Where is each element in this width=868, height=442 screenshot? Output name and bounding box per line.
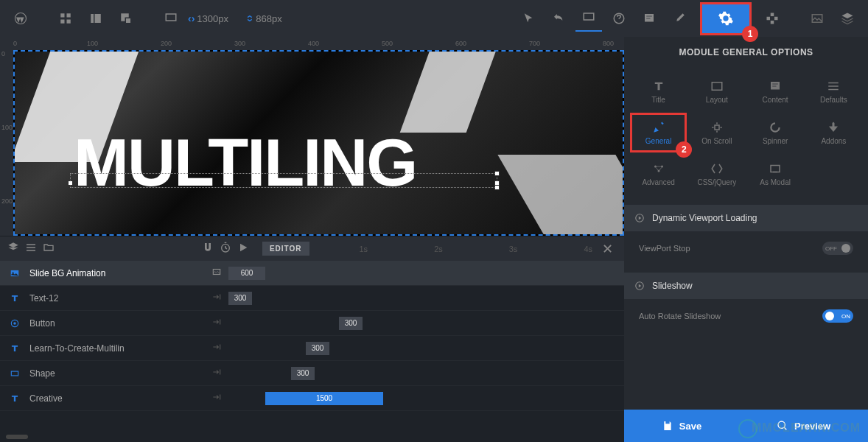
layer-row[interactable]: Slide BG Animation600 [0, 261, 624, 286]
duration-bar[interactable]: 600 [228, 267, 265, 280]
controller-icon[interactable] [759, 5, 785, 32]
text-icon [7, 293, 22, 304]
image-icon [7, 268, 22, 278]
wordpress-icon[interactable] [7, 5, 34, 32]
svg-rect-10 [166, 14, 176, 21]
tab-label: Defaults [820, 96, 847, 104]
toggle-viewport-stop[interactable]: OFF [822, 242, 853, 255]
tab-spinner[interactable]: Spinner [747, 113, 804, 152]
tab-onscroll[interactable]: On Scroll [688, 113, 745, 152]
duration-bar[interactable]: 300 [228, 292, 252, 305]
brush-icon[interactable] [666, 5, 693, 32]
text-icon [7, 393, 22, 404]
duration-bar[interactable]: 300 [291, 367, 315, 380]
columns-icon[interactable] [83, 5, 109, 32]
svg-rect-28 [715, 125, 719, 130]
svg-rect-11 [584, 13, 594, 20]
tab-advanced[interactable]: Advanced [630, 154, 687, 194]
tab-label: Title [651, 96, 665, 104]
settings-button[interactable]: 1 [700, 2, 752, 35]
ruler-vertical: 0 100 200 [0, 50, 13, 236]
shape-icon [7, 368, 22, 379]
selection-box[interactable] [70, 173, 497, 188]
help-icon[interactable] [606, 5, 632, 32]
image-icon[interactable] [804, 5, 830, 32]
list-icon[interactable] [25, 242, 37, 256]
svg-rect-13 [645, 14, 654, 22]
duration-bar[interactable]: 300 [339, 317, 363, 330]
section-slideshow[interactable]: Slideshow [624, 273, 868, 299]
play-icon[interactable] [237, 242, 249, 256]
preview-button[interactable]: Preview [777, 420, 830, 432]
tab-title[interactable]: Title [630, 71, 687, 111]
tab-label: On Scroll [701, 137, 732, 145]
canvas-area[interactable]: 0 100 200 300 400 500 600 700 800 0 100 … [0, 37, 624, 236]
svg-point-35 [778, 421, 785, 428]
folder-icon[interactable] [43, 242, 55, 256]
ruler-horizontal: 0 100 200 300 400 500 600 700 800 [0, 37, 624, 50]
layer-row[interactable]: Shape300 [0, 361, 624, 386]
note-icon[interactable] [636, 5, 662, 32]
svg-rect-17 [774, 17, 778, 21]
layer-row[interactable]: Text-12300 [0, 286, 624, 311]
layers-icon[interactable] [834, 5, 861, 32]
undo-icon[interactable] [545, 5, 572, 32]
svg-rect-6 [95, 14, 101, 23]
tab-general[interactable]: General2 [630, 113, 687, 152]
tab-content[interactable]: Content [747, 71, 804, 111]
width-display[interactable]: ‹› 1300px [188, 13, 228, 24]
top-toolbar: ‹› 1300px ‹› 868px 1 [0, 0, 868, 37]
tab-label: As Modal [760, 178, 791, 186]
svg-rect-25 [11, 371, 18, 376]
section-dynamic-viewport[interactable]: Dynamic Viewport Loading [624, 205, 868, 231]
layer-end-icon[interactable] [211, 392, 225, 404]
tab-label: Advanced [642, 178, 674, 186]
tab-addons[interactable]: Addons [805, 113, 862, 152]
layer-end-icon[interactable] [211, 342, 225, 354]
canvas-content[interactable]: MULTILING [13, 50, 624, 236]
layer-end-icon[interactable] [211, 317, 225, 329]
layer-end-icon[interactable] [211, 267, 225, 279]
layer-row[interactable]: Creative1500 [0, 386, 624, 411]
layer-end-icon[interactable] [211, 292, 225, 304]
layer-row[interactable]: Learn-To-Create-Multilin300 [0, 336, 624, 361]
tab-asmodal[interactable]: As Modal [747, 154, 804, 194]
option-auto-rotate: Auto Rotate Slideshow ON [624, 299, 868, 333]
layer-end-icon[interactable] [211, 367, 225, 379]
add-panel-icon[interactable] [113, 5, 139, 32]
callout-badge-1: 1 [742, 26, 758, 42]
magnet-icon[interactable] [202, 242, 214, 256]
target-icon [7, 318, 22, 329]
tab-cssjquery[interactable]: CSS/jQuery [688, 154, 745, 194]
cursor-icon[interactable] [515, 5, 542, 32]
desktop-icon[interactable] [158, 5, 184, 32]
option-viewport-stop: ViewPort Stop OFF [624, 231, 868, 265]
grid-icon[interactable] [52, 5, 79, 32]
height-display[interactable]: ‹› 868px [247, 13, 282, 24]
layers-icon[interactable] [7, 242, 19, 256]
layer-name: Text-12 [29, 293, 211, 304]
svg-point-30 [661, 165, 663, 167]
svg-rect-3 [60, 20, 64, 24]
layer-name: Button [29, 318, 211, 329]
duration-bar[interactable]: 1500 [265, 392, 383, 405]
options-tab-grid: TitleLayoutContentDefaultsGeneral2On Scr… [624, 68, 868, 197]
svg-rect-32 [771, 165, 780, 172]
svg-rect-5 [91, 14, 94, 23]
svg-rect-9 [126, 18, 130, 23]
tab-layout[interactable]: Layout [688, 71, 745, 111]
tab-defaults[interactable]: Defaults [805, 71, 862, 111]
close-icon[interactable]: ✕ [598, 241, 617, 257]
layer-row[interactable]: Button300 [0, 311, 624, 336]
toggle-auto-rotate[interactable]: ON [822, 309, 853, 323]
duration-bar[interactable]: 300 [306, 342, 329, 355]
headline-text[interactable]: MULTILING [74, 125, 416, 201]
scrollbar-thumb[interactable] [6, 435, 28, 439]
svg-point-24 [13, 322, 16, 325]
timer-icon[interactable] [220, 242, 231, 256]
svg-rect-27 [771, 82, 780, 90]
preview-icon[interactable] [575, 5, 602, 32]
save-button[interactable]: Save [662, 420, 701, 432]
layer-name: Creative [29, 393, 211, 404]
layer-name: Slide BG Animation [29, 268, 211, 278]
